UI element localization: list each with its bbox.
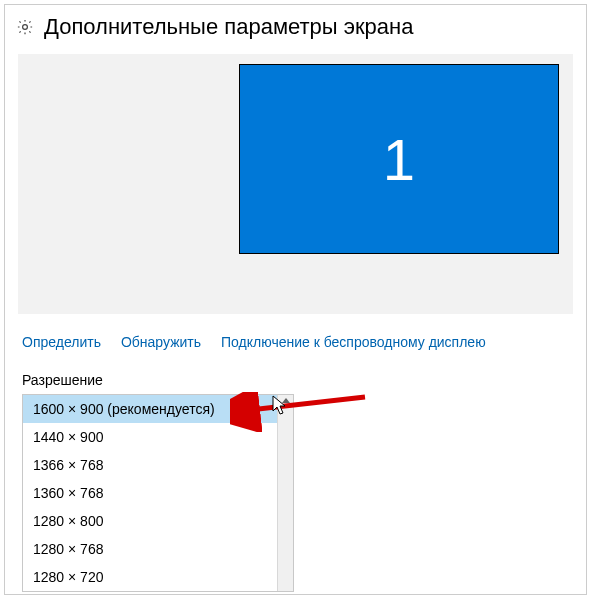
display-preview-area: 1: [18, 54, 573, 314]
gear-icon: [16, 18, 34, 36]
resolution-option[interactable]: 1440 × 900: [23, 423, 293, 451]
resolution-option[interactable]: 1280 × 768: [23, 535, 293, 563]
resolution-options-list: 1600 × 900 (рекомендуется) 1440 × 900 13…: [23, 395, 293, 591]
identify-link[interactable]: Определить: [22, 334, 101, 350]
page-title: Дополнительные параметры экрана: [44, 14, 413, 40]
settings-window: Дополнительные параметры экрана 1 Опреде…: [8, 8, 583, 591]
detect-link[interactable]: Обнаружить: [121, 334, 201, 350]
resolution-option[interactable]: 1280 × 720: [23, 563, 293, 591]
wireless-link[interactable]: Подключение к беспроводному дисплею: [221, 334, 486, 350]
monitor-tile-1[interactable]: 1: [239, 64, 559, 254]
svg-point-0: [23, 25, 28, 30]
resolution-dropdown[interactable]: 1600 × 900 (рекомендуется) 1440 × 900 13…: [22, 394, 294, 592]
monitor-number: 1: [383, 126, 415, 193]
resolution-label: Разрешение: [8, 364, 583, 394]
resolution-option[interactable]: 1280 × 800: [23, 507, 293, 535]
resolution-option[interactable]: 1600 × 900 (рекомендуется): [23, 395, 293, 423]
header: Дополнительные параметры экрана: [8, 8, 583, 54]
action-links: Определить Обнаружить Подключение к бесп…: [8, 314, 583, 364]
dropdown-scrollbar[interactable]: [277, 395, 293, 591]
resolution-option[interactable]: 1360 × 768: [23, 479, 293, 507]
resolution-option[interactable]: 1366 × 768: [23, 451, 293, 479]
